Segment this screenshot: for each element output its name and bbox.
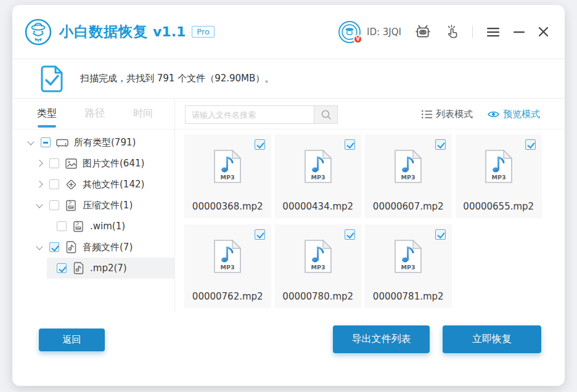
menu-button[interactable] xyxy=(486,27,500,37)
chevron-icon[interactable] xyxy=(36,201,43,208)
svg-text:MP3: MP3 xyxy=(401,174,415,181)
file-card[interactable]: MP3 00000607.mp2 xyxy=(365,134,452,218)
app-logo-icon xyxy=(25,18,52,46)
minimize-button[interactable] xyxy=(514,31,525,33)
close-button[interactable] xyxy=(538,27,549,37)
tree-row-label: 压缩文件(1) xyxy=(83,200,133,211)
file-checkbox[interactable] xyxy=(435,229,446,240)
file-card[interactable]: MP3 00000762.mp2 xyxy=(184,224,271,308)
preview-mode-button[interactable]: 预览模式 xyxy=(488,108,540,120)
tree-row-label: 其他文件(142) xyxy=(83,179,144,190)
file-card[interactable]: MP3 00000655.mp2 xyxy=(456,134,542,218)
tree-checkbox[interactable] xyxy=(41,137,51,147)
chevron-icon[interactable] xyxy=(36,160,43,166)
svg-text:MP3: MP3 xyxy=(221,264,235,271)
tree-checkbox[interactable] xyxy=(57,221,67,231)
tree-row[interactable]: ZIP 图片文件(641) xyxy=(12,153,174,174)
zip-file-icon: ZIP xyxy=(65,200,76,211)
version-label: v1.1 xyxy=(153,24,186,39)
other-file-icon xyxy=(65,179,77,190)
tree-row[interactable]: ZIP 压缩文件(1) xyxy=(12,195,174,216)
file-checkbox[interactable] xyxy=(435,139,446,150)
file-card[interactable]: MP3 00000368.mp2 xyxy=(184,134,271,218)
svg-text:MP3: MP3 xyxy=(401,264,415,271)
chevron-icon[interactable] xyxy=(27,138,34,145)
robot-service-button[interactable] xyxy=(415,24,431,40)
mp3-file-icon: MP3 xyxy=(394,149,422,184)
preview-mode-label: 预览模式 xyxy=(503,108,540,120)
file-name-label: 00000781.mp2 xyxy=(365,291,452,302)
recover-now-button[interactable]: 立即恢复 xyxy=(443,325,541,353)
tree-checkbox[interactable] xyxy=(57,263,67,273)
file-card[interactable]: MP3 00000434.mp2 xyxy=(275,134,362,218)
tree-row-label: .mp2(7) xyxy=(90,263,127,274)
header-divider xyxy=(472,26,473,38)
mp3-file-icon: MP3 xyxy=(394,239,422,274)
file-card[interactable]: MP3 00000781.mp2 xyxy=(365,224,452,308)
back-button[interactable]: 返回 xyxy=(39,329,105,351)
eye-icon xyxy=(488,110,499,118)
search-box xyxy=(185,105,338,124)
list-mode-label: 列表模式 xyxy=(436,108,473,120)
hand-click-button[interactable] xyxy=(444,24,460,39)
user-id-label: ID: 3JQI xyxy=(367,27,401,38)
tree-row[interactable]: ZIP .wim(1) xyxy=(12,216,174,237)
search-button[interactable] xyxy=(314,106,337,123)
list-mode-button[interactable]: 列表模式 xyxy=(422,108,473,120)
zip-file-icon: ZIP xyxy=(73,221,84,232)
svg-text:MP3: MP3 xyxy=(491,174,505,181)
search-input[interactable] xyxy=(186,106,314,123)
page-title: 小白数据恢复 xyxy=(59,22,148,41)
scan-status-message: 扫描完成，共找到 791 个文件（92.90MB）。 xyxy=(80,73,274,84)
pro-badge: Pro xyxy=(192,26,215,38)
scan-status-bar: 扫描完成，共找到 791 个文件（92.90MB）。 xyxy=(12,59,565,99)
file-checkbox[interactable] xyxy=(255,139,265,150)
mp3-file-icon: MP3 xyxy=(213,149,242,184)
list-icon xyxy=(422,110,432,119)
tree-row-label: .wim(1) xyxy=(90,221,125,232)
tab-type[interactable]: 类型 xyxy=(37,99,57,129)
tree-row[interactable]: ZIP .mp2(7) xyxy=(47,258,174,279)
file-name-label: 00000655.mp2 xyxy=(456,201,542,212)
tab-path[interactable]: 路径 xyxy=(85,99,105,129)
tree-row[interactable]: ZIP 所有类型(791) xyxy=(12,132,174,153)
file-checkbox[interactable] xyxy=(345,229,355,240)
svg-text:MP3: MP3 xyxy=(311,264,325,271)
user-avatar[interactable]: V xyxy=(338,21,361,43)
toolbar: 类型 路径 时间 列表模式 xyxy=(12,99,565,129)
export-file-list-button[interactable]: 导出文件列表 xyxy=(333,325,430,353)
chevron-icon[interactable] xyxy=(36,181,43,187)
tree-checkbox[interactable] xyxy=(49,200,59,210)
file-name-label: 00000368.mp2 xyxy=(184,201,271,212)
svg-text:ZIP: ZIP xyxy=(76,226,81,229)
file-name-label: 00000762.mp2 xyxy=(184,291,271,302)
chevron-icon[interactable] xyxy=(36,243,43,250)
vip-badge: V xyxy=(353,35,362,44)
header: 小白数据恢复 v1.1 Pro V ID: 3JQI xyxy=(12,5,565,59)
tree-row[interactable]: ZIP 其他文件(142) xyxy=(12,174,174,195)
file-checkbox[interactable] xyxy=(255,229,265,240)
app-window: 小白数据恢复 v1.1 Pro V ID: 3JQI xyxy=(12,5,565,386)
mp3-file-icon: MP3 xyxy=(304,239,332,274)
tree-row-label: 所有类型(791) xyxy=(74,137,136,149)
file-name-label: 00000607.mp2 xyxy=(365,201,452,212)
drive-icon xyxy=(56,137,68,148)
audio-file-icon xyxy=(66,241,76,253)
mp3-file-icon: MP3 xyxy=(213,239,242,274)
mp3-file-icon: MP3 xyxy=(485,149,513,184)
svg-text:ZIP: ZIP xyxy=(69,205,73,208)
tab-time[interactable]: 时间 xyxy=(133,99,153,129)
file-card[interactable]: MP3 00000780.mp2 xyxy=(275,224,362,308)
tree-checkbox[interactable] xyxy=(49,242,59,252)
tree-checkbox[interactable] xyxy=(49,158,59,168)
document-check-icon xyxy=(39,65,64,93)
file-checkbox[interactable] xyxy=(525,139,536,150)
file-grid: MP3 00000368.mp2 MP3 00000434.mp2 xyxy=(184,134,542,308)
sidebar-tabs: 类型 路径 时间 xyxy=(37,99,153,129)
tree-checkbox[interactable] xyxy=(49,179,59,189)
file-checkbox[interactable] xyxy=(345,139,355,150)
mp3-file-icon: MP3 xyxy=(304,149,332,184)
tree-row[interactable]: ZIP 音频文件(7) xyxy=(12,237,174,258)
audio-file-icon xyxy=(73,262,84,274)
image-icon xyxy=(65,158,77,169)
